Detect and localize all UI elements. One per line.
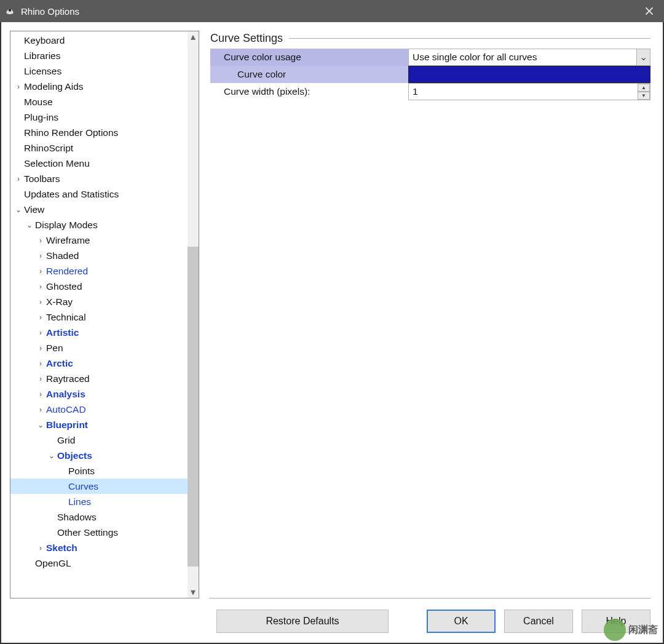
- section-title: Curve Settings: [210, 32, 283, 45]
- tree-item[interactable]: ›AutoCAD: [10, 402, 188, 417]
- tree-item-label: RhinoScript: [23, 143, 73, 154]
- chevron-down-icon[interactable]: ⌄: [25, 221, 34, 229]
- scroll-up-icon[interactable]: ▴: [188, 31, 199, 42]
- chevron-down-icon[interactable]: ⌄: [636, 49, 650, 65]
- expander-placeholder: [58, 482, 67, 491]
- chevron-down-icon[interactable]: ⌄: [14, 205, 23, 214]
- chevron-right-icon[interactable]: ›: [14, 82, 23, 91]
- ok-button[interactable]: OK: [427, 610, 496, 633]
- tree-item[interactable]: Keyboard: [10, 33, 188, 48]
- tree-item[interactable]: Curves: [10, 479, 188, 494]
- tree-item[interactable]: OpenGL: [10, 555, 188, 571]
- curve-color-label: Curve color: [210, 66, 408, 83]
- chevron-right-icon[interactable]: ›: [36, 298, 45, 306]
- section-divider: [289, 38, 650, 39]
- spinner-up-icon[interactable]: ▲: [638, 84, 650, 92]
- tree-item-label: Analysis: [45, 389, 85, 400]
- tree-item[interactable]: Selection Menu: [10, 156, 188, 171]
- chevron-down-icon[interactable]: ⌄: [47, 451, 56, 460]
- tree-item[interactable]: ›Shaded: [10, 248, 188, 263]
- tree-item[interactable]: ⌄Objects: [10, 448, 188, 463]
- settings-pane: Curve Settings Curve color usage Use sin…: [210, 31, 654, 598]
- chevron-right-icon[interactable]: ›: [36, 405, 45, 414]
- chevron-right-icon[interactable]: ›: [14, 175, 23, 183]
- chevron-right-icon[interactable]: ›: [36, 282, 45, 291]
- chevron-right-icon[interactable]: ›: [36, 390, 45, 399]
- tree-item-label: Arctic: [45, 358, 73, 369]
- chevron-down-icon[interactable]: ⌄: [36, 421, 45, 429]
- curve-color-swatch[interactable]: [408, 66, 650, 83]
- tree-item[interactable]: ›Technical: [10, 309, 188, 325]
- tree-item-label: Plug-ins: [23, 112, 58, 123]
- tree-item[interactable]: ›Arctic: [10, 356, 188, 371]
- curve-width-input[interactable]: 1 ▲ ▼: [408, 83, 650, 100]
- chevron-right-icon[interactable]: ›: [36, 544, 45, 552]
- tree-item-label: Raytraced: [45, 373, 90, 384]
- restore-defaults-button[interactable]: Restore Defaults: [216, 610, 389, 633]
- tree-item[interactable]: Updates and Statistics: [10, 186, 188, 202]
- tree-item-label: Modeling Aids: [23, 81, 84, 92]
- chevron-right-icon[interactable]: ›: [36, 359, 45, 368]
- tree-item[interactable]: ›Analysis: [10, 386, 188, 402]
- tree-item-label: Libraries: [23, 50, 60, 62]
- tree-item[interactable]: ›Ghosted: [10, 279, 188, 294]
- tree-item[interactable]: Shadows: [10, 509, 188, 525]
- tree-item[interactable]: ›Raytraced: [10, 371, 188, 386]
- help-button[interactable]: Help: [582, 610, 650, 633]
- tree-item[interactable]: Mouse: [10, 94, 188, 109]
- chevron-right-icon[interactable]: ›: [36, 267, 45, 276]
- tree-item[interactable]: ›Artistic: [10, 325, 188, 340]
- tree-item[interactable]: Points: [10, 463, 188, 479]
- tree-item[interactable]: ⌄Display Modes: [10, 217, 188, 233]
- tree-item[interactable]: ›Pen: [10, 340, 188, 356]
- options-tree[interactable]: Keyboard Libraries Licenses›Modeling Aid…: [10, 31, 188, 598]
- tree-item-label: Objects: [56, 450, 92, 461]
- expander-placeholder: [14, 190, 23, 199]
- tree-item-label: Technical: [45, 312, 86, 323]
- tree-item[interactable]: ›Sketch: [10, 540, 188, 555]
- chevron-right-icon[interactable]: ›: [36, 252, 45, 260]
- tree-item[interactable]: RhinoScript: [10, 140, 188, 156]
- chevron-right-icon[interactable]: ›: [36, 313, 45, 322]
- tree-item[interactable]: Other Settings: [10, 525, 188, 540]
- cancel-button[interactable]: Cancel: [504, 610, 573, 633]
- spinner-down-icon[interactable]: ▼: [638, 92, 650, 100]
- tree-item[interactable]: ›Toolbars: [10, 171, 188, 186]
- tree-item[interactable]: ›Wireframe: [10, 233, 188, 248]
- chevron-right-icon[interactable]: ›: [36, 344, 45, 352]
- tree-item-label: Sketch: [45, 543, 77, 554]
- tree-item-label: Mouse: [23, 97, 53, 108]
- close-button[interactable]: [634, 0, 664, 22]
- tree-item-label: View: [23, 204, 44, 215]
- tree-item-label: Ghosted: [45, 281, 82, 292]
- scroll-down-icon[interactable]: ▾: [188, 587, 199, 598]
- tree-item-label: Keyboard: [23, 35, 65, 46]
- scroll-thumb[interactable]: [188, 247, 199, 566]
- expander-placeholder: [14, 129, 23, 137]
- tree-item[interactable]: ›Rendered: [10, 263, 188, 279]
- curve-color-usage-dropdown[interactable]: Use single color for all curves ⌄: [408, 49, 650, 66]
- expander-placeholder: [58, 467, 67, 475]
- tree-item-label: Shaded: [45, 250, 79, 261]
- tree-item[interactable]: Grid: [10, 432, 188, 448]
- curve-color-usage-value: Use single color for all curves: [413, 52, 537, 63]
- tree-item[interactable]: Plug-ins: [10, 109, 188, 125]
- chevron-right-icon[interactable]: ›: [36, 328, 45, 337]
- tree-item[interactable]: Lines: [10, 494, 188, 509]
- tree-scrollbar[interactable]: ▴ ▾: [188, 31, 199, 598]
- chevron-right-icon[interactable]: ›: [36, 236, 45, 245]
- tree-item[interactable]: ›X-Ray: [10, 294, 188, 309]
- tree-item-label: X-Ray: [45, 296, 73, 308]
- chevron-right-icon[interactable]: ›: [36, 375, 45, 383]
- expander-placeholder: [47, 528, 56, 537]
- svg-point-0: [9, 9, 12, 12]
- tree-item-label: Wireframe: [45, 235, 90, 246]
- curve-width-value: 1: [413, 86, 418, 97]
- tree-item-label: Curves: [67, 481, 98, 492]
- tree-item[interactable]: Libraries: [10, 48, 188, 63]
- tree-item[interactable]: Licenses: [10, 63, 188, 79]
- tree-item[interactable]: Rhino Render Options: [10, 125, 188, 140]
- tree-item[interactable]: ⌄View: [10, 202, 188, 217]
- tree-item[interactable]: ›Modeling Aids: [10, 79, 188, 94]
- tree-item[interactable]: ⌄Blueprint: [10, 417, 188, 432]
